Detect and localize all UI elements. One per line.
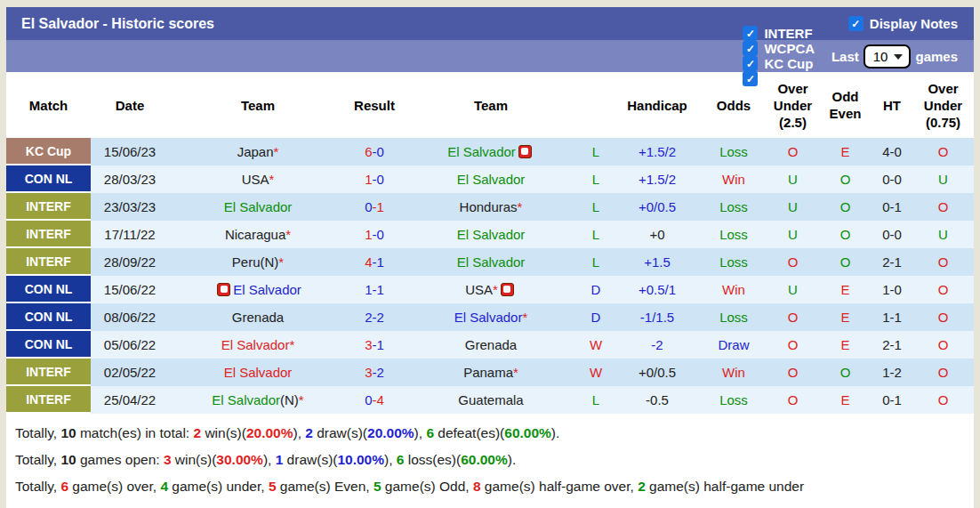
con-nl-checkbox[interactable] xyxy=(743,71,758,86)
text-segment: -0 xyxy=(373,227,384,242)
over-under-25-cell: O xyxy=(765,386,821,414)
text-segment: -0.5 xyxy=(646,392,669,407)
text-segment: * xyxy=(513,365,518,380)
text-segment: Nicaragua xyxy=(225,227,285,242)
over-under-075-cell: O xyxy=(914,276,972,303)
ht-cell: 0-0 xyxy=(870,221,914,248)
filter-label: INTERF xyxy=(764,26,812,41)
summary-line: Totally, 10 games open: 3 win(s)(30.00%)… xyxy=(15,447,974,473)
text-segment: -1 xyxy=(373,199,384,214)
date-cell: 28/09/22 xyxy=(91,248,169,276)
result-cell: 1-0 xyxy=(347,221,402,248)
text-segment: * xyxy=(269,172,275,187)
date-cell: 17/11/22 xyxy=(91,221,169,248)
text-segment: Draw xyxy=(718,337,749,352)
text-segment: -2 xyxy=(651,337,663,352)
text-segment: U xyxy=(938,172,948,187)
title-bar: El Salvador - Historic scores Display No… xyxy=(6,7,974,40)
text-segment: L xyxy=(592,172,599,187)
text-segment: * xyxy=(493,282,498,297)
interf-checkbox[interactable] xyxy=(743,26,758,41)
result-cell: 3-2 xyxy=(347,359,402,386)
away-team-cell: El Salvador xyxy=(402,221,580,248)
home-team-cell: El Salvador xyxy=(169,359,347,386)
text-segment: -2 xyxy=(373,310,384,325)
text-segment: Grenada xyxy=(232,310,284,325)
text-segment: +0/0.5 xyxy=(639,365,676,380)
text-segment: U xyxy=(788,172,798,187)
filter-label: WCPCA xyxy=(764,41,815,56)
last-label: Last xyxy=(831,49,859,64)
text-segment: * xyxy=(299,392,304,407)
card-icon xyxy=(217,283,230,296)
odds-cell: Win xyxy=(703,276,765,303)
games-label: games xyxy=(915,49,958,64)
wdl-cell: L xyxy=(580,193,612,221)
text-segment: 0 xyxy=(365,392,372,407)
home-team-cell: Japan* xyxy=(169,138,347,165)
match-league-cell: CON NL xyxy=(6,276,91,303)
home-team-cell: Peru(N)* xyxy=(169,248,347,276)
col-header-over-under-075: Over Under (0.75) xyxy=(914,81,972,131)
table-row: INTERF02/05/22El Salvador3-2Panama*W+0/0… xyxy=(6,359,974,386)
text-segment: L xyxy=(592,199,599,214)
text-segment: +1.5/2 xyxy=(639,172,676,187)
ht-cell: 1-2 xyxy=(870,359,914,386)
text-segment: O xyxy=(938,365,949,380)
text-segment: El Salvador xyxy=(457,227,526,242)
text-segment: Win xyxy=(722,282,745,297)
wdl-cell: L xyxy=(580,248,612,276)
col-header-ht: HT xyxy=(870,98,914,115)
text-segment: game(s) under, xyxy=(168,479,269,494)
display-notes-checkbox[interactable] xyxy=(848,16,864,31)
col-header-odd-even: Odd Even xyxy=(821,89,870,123)
odd-even-cell: E xyxy=(821,303,870,331)
text-segment: 1 xyxy=(365,282,372,297)
text-segment: O xyxy=(840,227,851,242)
away-team-cell: Grenada xyxy=(402,331,580,359)
text-segment: U xyxy=(788,199,798,214)
text-segment: 1 xyxy=(365,227,372,242)
text-segment: O xyxy=(938,254,949,270)
text-segment: draw(s)( xyxy=(313,425,367,440)
text-segment: (N) xyxy=(280,392,299,407)
ht-cell: 4-0 xyxy=(870,138,914,165)
text-segment: Grenada xyxy=(465,337,517,352)
text-segment: 6 xyxy=(365,144,372,159)
away-team-cell: Panama* xyxy=(402,359,580,386)
text-segment: W xyxy=(590,337,602,352)
table-row: KC Cup15/06/23Japan*6-0El SalvadorL+1.5/… xyxy=(6,138,974,165)
date-cell: 08/06/22 xyxy=(91,303,169,331)
text-segment: 30.00% xyxy=(216,452,263,467)
handicap-cell: +1.5/2 xyxy=(612,138,703,165)
table-header-row: Match Date Team Result Team Handicap Odd… xyxy=(6,72,974,138)
text-segment: O xyxy=(938,392,949,407)
league-badge: INTERF xyxy=(6,221,91,248)
match-league-cell: INTERF xyxy=(6,359,91,386)
league-badge: CON NL xyxy=(6,165,91,193)
over-under-25-cell: O xyxy=(765,359,821,386)
text-segment: O xyxy=(840,199,851,214)
match-league-cell: INTERF xyxy=(6,193,91,221)
text-segment: ). xyxy=(551,425,559,440)
over-under-25-cell: U xyxy=(765,165,821,193)
result-cell: 3-1 xyxy=(347,331,402,359)
text-segment: +1.5/2 xyxy=(639,144,676,159)
text-segment: * xyxy=(518,199,523,214)
text-segment: * xyxy=(522,310,527,325)
over-under-075-cell: O xyxy=(914,248,972,276)
text-segment: -4 xyxy=(373,392,384,407)
league-badge: INTERF xyxy=(6,386,91,414)
kc-cup-checkbox[interactable] xyxy=(743,56,758,71)
text-segment: -1 xyxy=(373,337,384,352)
text-segment: O xyxy=(788,365,799,380)
filter-item: KC Cup xyxy=(743,56,815,71)
over-under-25-cell: U xyxy=(765,221,821,248)
text-segment: +0 xyxy=(649,227,664,242)
result-cell: 1-1 xyxy=(347,276,402,303)
wcpca-checkbox[interactable] xyxy=(743,41,758,56)
last-games-select[interactable]: 10 xyxy=(864,44,912,69)
away-team-cell: USA* xyxy=(402,276,580,303)
card-icon xyxy=(518,145,532,158)
text-segment: 60.00% xyxy=(461,452,508,467)
